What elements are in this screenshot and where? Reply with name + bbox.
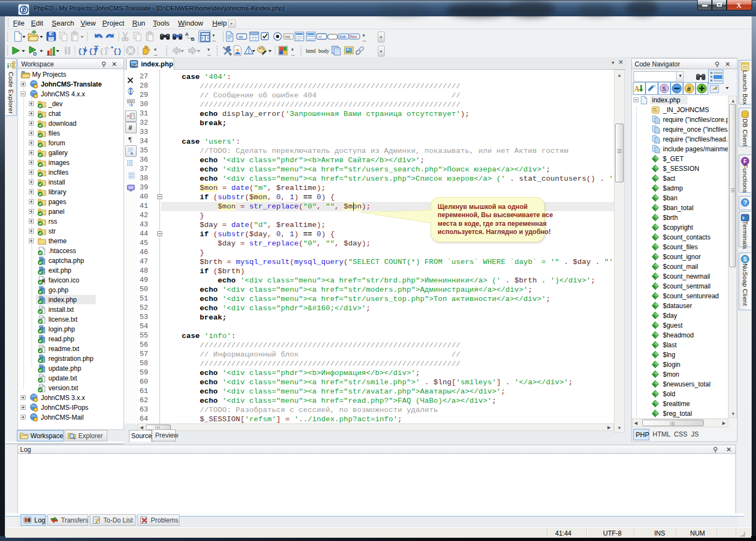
svg-text:A: A <box>185 32 189 37</box>
svg-text:Res: Res <box>350 35 357 39</box>
svg-text:#: # <box>128 124 132 131</box>
svg-text:Sub: Sub <box>339 35 346 39</box>
svg-text:i: i <box>7 62 9 70</box>
svg-text:?: ? <box>743 199 747 206</box>
svg-text:S: S <box>662 85 666 92</box>
svg-text:B: B <box>191 36 195 42</box>
svg-text:A: A <box>634 85 640 93</box>
svg-text:html: html <box>306 48 316 54</box>
svg-text:×I: ×I <box>318 35 322 39</box>
svg-text:S: S <box>743 256 747 262</box>
svg-text:¶: ¶ <box>128 135 132 143</box>
svg-text:body: body <box>318 48 329 54</box>
svg-text:D: D <box>33 51 37 57</box>
svg-text:hid: hid <box>285 34 290 39</box>
svg-text:#: # <box>687 85 691 93</box>
svg-text:F: F <box>743 158 747 164</box>
svg-text:ab: ab <box>238 34 243 39</box>
svg-text:{}: {} <box>113 47 122 56</box>
svg-text:{}: {} <box>100 47 108 56</box>
svg-text:PHP: PHP <box>132 64 138 67</box>
